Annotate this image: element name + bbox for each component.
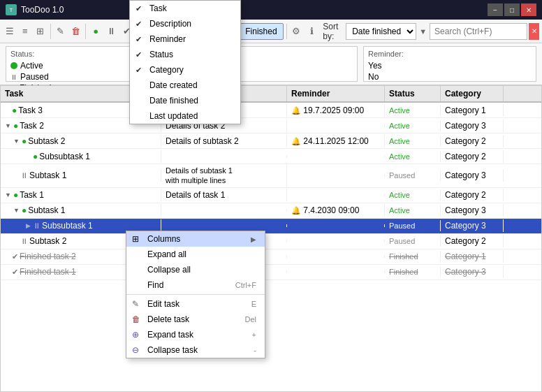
table-row[interactable]: ▼ ● Subtask 2 Details of subtask 2 🔔 24.… <box>1 133 541 149</box>
reminder-cell <box>287 255 385 258</box>
status-icon: ● <box>13 190 18 200</box>
menu-expand-all[interactable]: Expand all <box>126 247 265 262</box>
expand-arrow[interactable]: ▼ <box>13 138 20 145</box>
expand-arrow[interactable]: ▶ <box>5 268 10 275</box>
app-title: TooDoo 1.0 <box>21 5 483 15</box>
submenu-date-finished[interactable]: ✔ Date finished <box>130 93 240 108</box>
reminder-cell <box>287 155 385 158</box>
category-cell: Category 3 <box>441 119 504 132</box>
table-row[interactable]: ▶ ⏸ Subtask 1 Details of subtask 1with m… <box>1 164 541 188</box>
menu-edit-task[interactable]: ✎ Edit task E <box>126 296 265 312</box>
submenu-category-label: Category <box>149 65 232 75</box>
expand-arrow[interactable]: ▶ <box>13 172 18 179</box>
menu-delete-task[interactable]: 🗑 Delete task Del <box>126 312 265 327</box>
reminder-cell <box>287 194 385 196</box>
toolbar-menu-btn[interactable]: ☰ <box>3 22 17 41</box>
table-row[interactable]: ▼ ● Task 1 Details of task 1 Active Cate… <box>1 188 541 203</box>
status-icon: ● <box>22 136 27 146</box>
category-cell: Category 2 <box>441 150 504 163</box>
toolbar-indent-btn[interactable]: ⊞ <box>34 22 47 41</box>
toolbar: ☰ ≡ ⊞ ✎ 🗑 ● ⏸ ✔ ⚑ ⚑ ⚐ Unfinished Finishe… <box>0 20 542 43</box>
reminder-cell <box>287 174 385 177</box>
task-label: Task 3 <box>18 106 43 115</box>
reminder-cell <box>287 224 385 227</box>
filter-reminder-yes[interactable]: Yes <box>368 60 532 71</box>
submenu-description[interactable]: ✔ Description <box>130 16 240 31</box>
task-table: Task Description Reminder Status Categor… <box>0 85 542 392</box>
submenu-reminder[interactable]: ✔ Reminder <box>130 31 240 47</box>
submenu-date-created[interactable]: ✔ Date created <box>130 78 240 93</box>
toolbar-info-btn[interactable]: ℹ <box>305 22 318 41</box>
columns-icon: ⊞ <box>132 234 143 244</box>
delete-icon: 🗑 <box>132 314 143 324</box>
check-description: ✔ <box>136 20 145 29</box>
submenu-status[interactable]: ✔ Status <box>130 47 240 62</box>
check-task: ✔ <box>136 4 145 13</box>
category-cell: Category 1 <box>441 250 504 263</box>
task-name-cell: ▼ ● Subtask 2 <box>1 135 161 147</box>
table-row[interactable]: ▶ ⏸ Subsubtask 1 Paused Category 3 <box>1 219 541 234</box>
search-input[interactable] <box>430 23 527 40</box>
submenu-last-updated[interactable]: ✔ Last updated <box>130 108 240 124</box>
filter-panel: Status: Active ⏸ Paused ✔ Finished Categ… <box>0 43 542 85</box>
menu-find[interactable]: Find Ctrl+F <box>126 277 265 293</box>
status-cell: Paused <box>385 235 441 247</box>
toolbar-edit-btn[interactable]: ✎ <box>54 22 68 41</box>
table-row[interactable]: ▶ ✔ Finished task 1 Finished Category 3 <box>1 265 541 280</box>
expand-arrow[interactable]: ▶ <box>26 222 31 229</box>
active-dot <box>10 62 17 69</box>
toolbar-list-btn[interactable]: ≡ <box>18 22 32 41</box>
table-row[interactable]: ▶ ● Task 3 Details of the task 3 🔔 19.7.… <box>1 103 541 118</box>
expand-arrow[interactable]: ▶ <box>5 107 10 114</box>
expand-arrow[interactable]: ▶ <box>5 253 10 260</box>
task-name-cell: ▶ ● Subsubtask 1 <box>1 150 161 163</box>
filter-finished-btn[interactable]: Finished <box>239 23 283 40</box>
maximize-button[interactable]: □ <box>504 3 520 16</box>
delete-shortcut: Del <box>244 315 256 324</box>
menu-expand-task[interactable]: ⊕ Expand task + <box>126 327 265 342</box>
title-bar: T TooDoo 1.0 − □ ✕ <box>0 0 542 20</box>
menu-collapse-all[interactable]: Collapse all <box>126 262 265 277</box>
category-cell: Category 3 <box>441 169 504 182</box>
table-row[interactable]: ▶ ✔ Finished task 2 Finished Category 1 <box>1 249 541 265</box>
reminder-cell <box>287 124 385 127</box>
expand-arrow[interactable]: ▼ <box>5 122 11 129</box>
submenu-task[interactable]: ✔ Task <box>130 1 240 16</box>
toolbar-delete-btn[interactable]: 🗑 <box>69 22 83 41</box>
menu-columns[interactable]: ⊞ Columns ▶ <box>126 231 265 247</box>
filter-reminder-no[interactable]: No <box>368 71 532 82</box>
table-row[interactable]: ▶ ● Subsubtask 1 Active Category 2 <box>1 149 541 164</box>
col-reminder[interactable]: Reminder <box>287 86 385 101</box>
toolbar-active-btn[interactable]: ● <box>89 22 103 41</box>
category-cell: Category 2 <box>441 189 504 201</box>
search-clear-btn[interactable]: ✕ <box>529 23 539 40</box>
table-row[interactable]: ▼ ● Subtask 1 🔔 7.4.2030 09:00 Active Ca… <box>1 203 541 219</box>
status-cell: Active <box>385 136 441 147</box>
expand-arrow[interactable]: ▶ <box>13 238 18 245</box>
toolbar-settings-btn[interactable]: ⚙ <box>289 22 303 41</box>
category-cell: Category 3 <box>441 266 504 278</box>
table-row[interactable]: ▶ ⏸ Subtask 2 Paused Category 2 <box>1 234 541 249</box>
close-button[interactable]: ✕ <box>521 3 536 16</box>
submenu-reminder-label: Reminder <box>149 34 232 44</box>
menu-collapse-task[interactable]: ⊖ Collapse task - <box>126 342 265 358</box>
col-category[interactable]: Category <box>441 86 504 101</box>
expand-arrow[interactable]: ▶ <box>26 153 31 160</box>
submenu-category[interactable]: ✔ Category <box>130 62 240 78</box>
description-cell <box>161 155 287 158</box>
task-name-cell: ▼ ● Subtask 1 <box>1 204 161 217</box>
window-controls: − □ ✕ <box>488 3 536 16</box>
reminder-cell: 🔔 24.11.2025 12:00 <box>287 135 385 147</box>
edit-icon: ✎ <box>132 299 143 309</box>
description-cell <box>161 209 287 212</box>
col-status[interactable]: Status <box>385 86 441 101</box>
table-row[interactable]: ▼ ● Task 2 Details of task 2 Active Cate… <box>1 118 541 133</box>
toolbar-sep1 <box>50 24 51 39</box>
toolbar-pause-btn[interactable]: ⏸ <box>104 22 118 41</box>
minimize-button[interactable]: − <box>488 3 503 16</box>
reminder-cell: 🔔 7.4.2030 09:00 <box>287 204 385 217</box>
delete-task-label: Delete task <box>147 314 240 324</box>
sort-select[interactable]: Date finished Date created Name Status C… <box>346 23 416 40</box>
expand-arrow[interactable]: ▼ <box>5 191 11 198</box>
expand-arrow[interactable]: ▼ <box>13 207 20 214</box>
